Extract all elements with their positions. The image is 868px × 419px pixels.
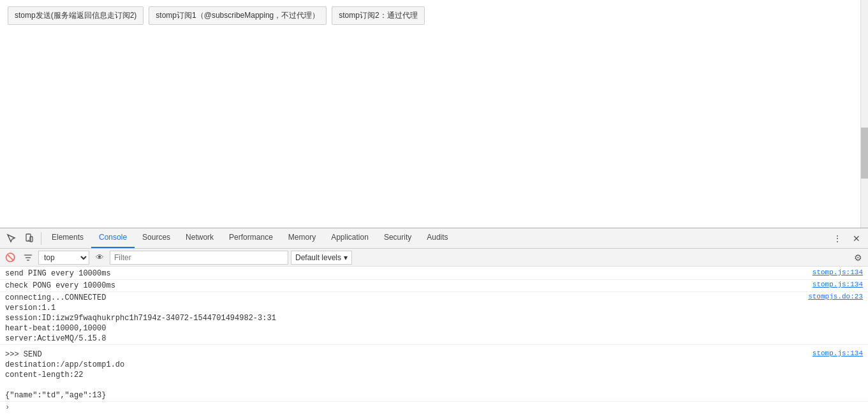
page-buttons: stomp发送(服务端返回信息走订阅2) stomp订阅1（@subscribe… (8, 6, 860, 25)
close-devtools-button[interactable]: ✕ (848, 230, 865, 247)
console-toolbar: 🚫 top 👁 Default levels ▾ ⚙ (0, 249, 868, 267)
default-levels-button[interactable]: Default levels ▾ (291, 251, 352, 265)
device-toolbar-button[interactable] (20, 230, 38, 247)
page-scrollbar-thumb[interactable] (861, 128, 868, 179)
clear-console-button[interactable]: 🚫 (3, 250, 18, 265)
console-log-block: >>> SEND destination:/app/stomp1.do cont… (0, 349, 868, 402)
tab-security[interactable]: Security (376, 228, 419, 248)
more-tools-button[interactable]: ⋮ (828, 230, 846, 247)
stomp-subscribe2-button[interactable]: stomp订阅2：通过代理 (332, 6, 424, 25)
console-prompt[interactable]: › (0, 402, 868, 413)
console-filter-input[interactable] (110, 251, 288, 265)
tab-memory[interactable]: Memory (281, 228, 323, 248)
devtools-toolbar-right: ⋮ ✕ (828, 230, 865, 247)
prompt-caret: › (5, 403, 10, 412)
toolbar-divider (41, 232, 41, 245)
tab-performance[interactable]: Performance (221, 228, 281, 248)
console-log-line: send PING every 10000ms stomp.js:134 (0, 268, 868, 280)
console-source-link[interactable]: stomp.js:134 (813, 349, 863, 357)
inspect-element-button[interactable] (3, 230, 20, 247)
stomp-send-button[interactable]: stomp发送(服务端返回信息走订阅2) (8, 6, 143, 25)
tab-console[interactable]: Console (91, 228, 135, 248)
tab-sources[interactable]: Sources (135, 228, 178, 248)
console-source-link[interactable]: stomp.js:134 (813, 281, 863, 288)
console-log-block: connecting...CONNECTED version:1.1 sessi… (0, 292, 868, 345)
console-source-link[interactable]: stomp.js:134 (813, 268, 863, 276)
context-selector[interactable]: top (38, 251, 89, 265)
console-source-link[interactable]: stompjs.do:23 (808, 293, 863, 300)
tab-application[interactable]: Application (323, 228, 376, 248)
stomp-subscribe1-button[interactable]: stomp订阅1（@subscribeMapping，不过代理） (149, 6, 327, 25)
show-live-expressions-button[interactable]: 👁 (92, 250, 107, 265)
svg-rect-1 (30, 237, 33, 242)
tab-audits[interactable]: Audits (419, 228, 455, 248)
page-scrollbar[interactable] (860, 0, 868, 228)
tab-network[interactable]: Network (178, 228, 221, 248)
console-filter-toggle[interactable] (20, 250, 36, 265)
devtools-tabs: Elements Console Sources Network Perform… (44, 228, 828, 248)
console-log-line: check PONG every 10000ms stomp.js:134 (0, 280, 868, 292)
tab-elements[interactable]: Elements (44, 228, 91, 248)
svg-point-2 (28, 239, 29, 240)
console-settings-button[interactable]: ⚙ (850, 250, 865, 265)
devtools-panel: Elements Console Sources Network Perform… (0, 228, 868, 419)
devtools-toolbar: Elements Console Sources Network Perform… (0, 228, 868, 249)
console-output[interactable]: send PING every 10000ms stomp.js:134 che… (0, 267, 868, 419)
